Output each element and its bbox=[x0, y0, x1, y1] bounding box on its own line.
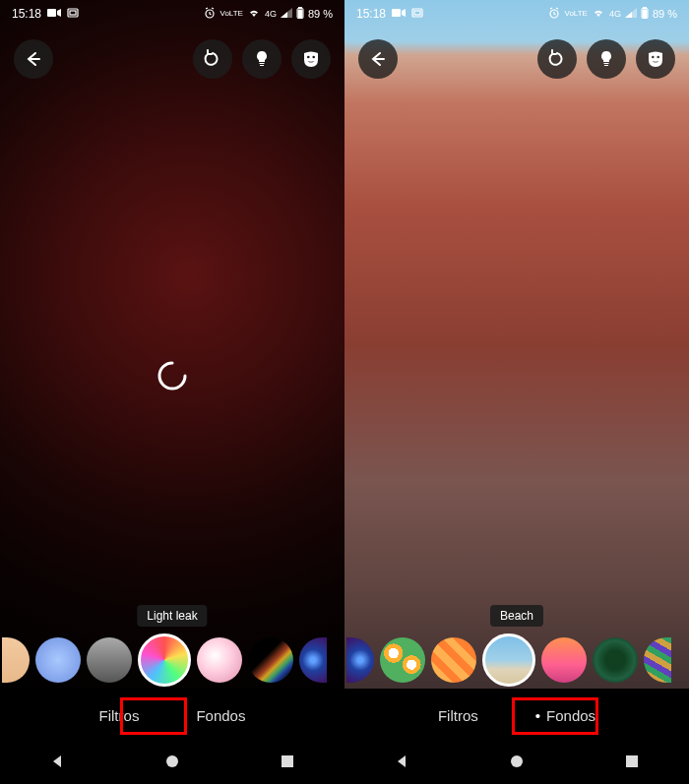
filter-thumb[interactable] bbox=[248, 637, 293, 683]
battery-percent: 89 % bbox=[308, 8, 333, 20]
filters-carousel[interactable] bbox=[0, 631, 344, 690]
filter-thumb[interactable] bbox=[35, 637, 81, 683]
battery-percent: 89 % bbox=[653, 8, 677, 20]
background-thumb[interactable] bbox=[644, 637, 671, 683]
background-thumb[interactable] bbox=[431, 637, 476, 683]
background-thumb[interactable] bbox=[541, 637, 587, 683]
nav-recents-button[interactable] bbox=[277, 751, 298, 772]
svg-rect-5 bbox=[298, 7, 301, 9]
tabs-row: Filtros Fondos bbox=[344, 694, 689, 737]
back-button[interactable] bbox=[358, 39, 398, 79]
signal-icon bbox=[625, 8, 637, 20]
tab-filtros[interactable]: Filtros bbox=[424, 701, 492, 730]
filter-thumb[interactable] bbox=[299, 637, 327, 683]
nav-back-button[interactable] bbox=[46, 751, 68, 772]
effects-mask-button[interactable] bbox=[636, 39, 675, 79]
status-bar: 15:18 VoLTE 4G 89 % bbox=[344, 0, 689, 28]
lighting-button[interactable] bbox=[587, 39, 626, 79]
camera-indicator-icon bbox=[392, 7, 406, 21]
nav-home-button[interactable] bbox=[161, 751, 183, 772]
backgrounds-carousel[interactable] bbox=[344, 631, 689, 690]
camera-preview bbox=[0, 0, 344, 689]
nav-back-button[interactable] bbox=[391, 751, 412, 772]
loading-spinner bbox=[156, 359, 189, 392]
network-type: VoLTE bbox=[219, 10, 242, 18]
status-time: 15:18 bbox=[356, 7, 386, 21]
android-navbar bbox=[344, 739, 689, 784]
svg-rect-14 bbox=[643, 7, 646, 9]
camera-indicator-icon bbox=[47, 7, 61, 21]
svg-point-16 bbox=[511, 755, 523, 767]
filter-thumb[interactable] bbox=[87, 637, 132, 683]
screenshot-indicator-icon bbox=[411, 7, 423, 21]
signal-icon bbox=[281, 8, 292, 20]
network-4g: 4G bbox=[609, 9, 621, 19]
tabs-row: Filtros Fondos bbox=[0, 694, 344, 737]
tab-filtros[interactable]: Filtros bbox=[86, 701, 154, 730]
tab-fondos[interactable]: Fondos bbox=[522, 701, 609, 730]
network-type: VoLTE bbox=[564, 10, 587, 18]
tab-fondos[interactable]: Fondos bbox=[182, 701, 259, 730]
screenshot-indicator-icon bbox=[67, 7, 79, 21]
effects-mask-button[interactable] bbox=[291, 39, 331, 79]
retake-button[interactable] bbox=[193, 39, 232, 79]
svg-rect-8 bbox=[282, 755, 293, 767]
svg-rect-0 bbox=[47, 9, 56, 17]
android-navbar bbox=[0, 739, 344, 784]
filter-thumb[interactable] bbox=[2, 637, 30, 683]
svg-point-7 bbox=[166, 755, 178, 767]
nav-home-button[interactable] bbox=[506, 751, 528, 772]
svg-rect-15 bbox=[643, 10, 647, 18]
network-4g: 4G bbox=[265, 9, 277, 19]
svg-rect-2 bbox=[70, 11, 76, 15]
background-thumb[interactable] bbox=[380, 637, 425, 683]
filter-thumb[interactable] bbox=[197, 637, 242, 683]
wifi-icon bbox=[592, 8, 605, 20]
retake-button[interactable] bbox=[537, 39, 577, 79]
battery-icon bbox=[296, 7, 304, 21]
battery-icon bbox=[641, 7, 649, 21]
selected-filter-name: Light leak bbox=[137, 605, 207, 627]
status-time: 15:18 bbox=[12, 7, 41, 21]
lighting-button[interactable] bbox=[242, 39, 282, 79]
alarm-icon bbox=[204, 7, 216, 21]
wifi-icon bbox=[247, 8, 261, 20]
svg-rect-9 bbox=[392, 9, 401, 17]
svg-rect-17 bbox=[626, 755, 638, 767]
back-button[interactable] bbox=[14, 39, 53, 79]
camera-preview bbox=[344, 0, 689, 689]
background-thumb[interactable] bbox=[346, 637, 374, 683]
status-bar: 15:18 VoLTE 4G 89 % bbox=[0, 0, 344, 28]
selected-filter-name: Beach bbox=[490, 605, 543, 627]
screen-filters: 15:18 VoLTE 4G 89 % bbox=[0, 0, 344, 784]
alarm-icon bbox=[548, 7, 560, 21]
background-thumb-selected[interactable] bbox=[482, 633, 535, 687]
nav-recents-button[interactable] bbox=[621, 751, 643, 772]
svg-rect-11 bbox=[414, 11, 420, 15]
screen-backgrounds: 15:18 VoLTE 4G 89 % bbox=[344, 0, 689, 784]
filter-thumb-selected[interactable] bbox=[138, 633, 191, 687]
background-thumb[interactable] bbox=[593, 637, 638, 683]
svg-rect-6 bbox=[298, 10, 302, 18]
